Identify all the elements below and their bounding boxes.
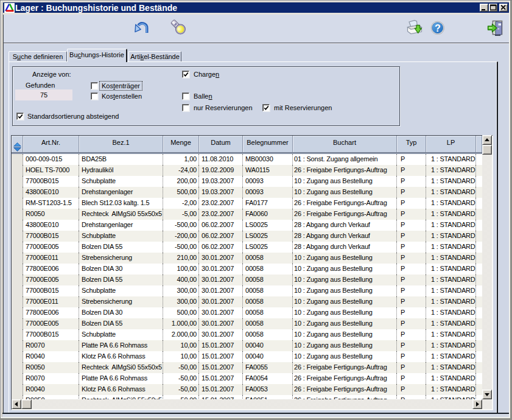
svg-text:?: ? <box>435 23 441 33</box>
